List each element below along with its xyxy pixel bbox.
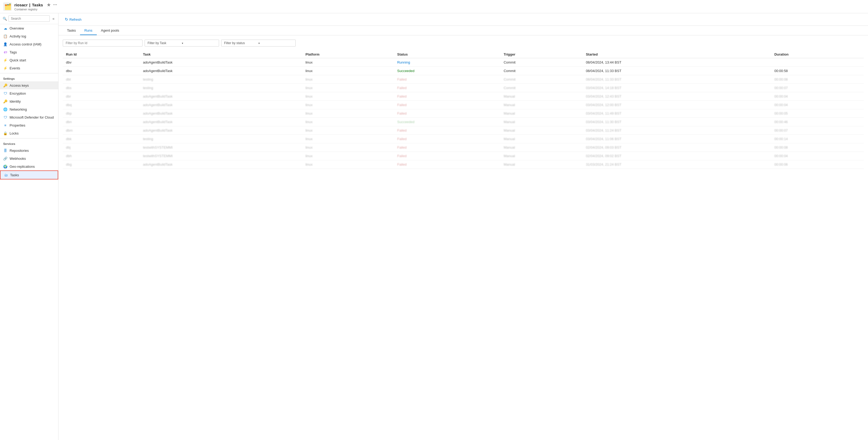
cell-trigger: Manual [500,109,583,118]
sidebar-item-quick-start[interactable]: ⚡ Quick start [0,56,58,64]
table-row[interactable]: dbs testing linux Failed Commit 03/04/20… [63,84,864,92]
sidebar-item-overview[interactable]: ☁ Overview [0,24,58,32]
cell-platform: linux [302,84,394,92]
sidebar-item-encryption[interactable]: 🛡 Encryption [0,89,58,97]
cell-run-id: dbt [63,75,140,84]
more-options-icon[interactable]: ··· [53,2,57,8]
table-row[interactable]: dbt testing linux Failed Commit 08/04/20… [63,75,864,84]
table-row[interactable]: dbp adoAgentBuildTask linux Failed Manua… [63,109,864,118]
cell-task: testwithSYSTEMMI [140,143,302,152]
cell-status: Succeeded [394,67,500,75]
filter-status-dropdown[interactable]: Filter by status ▾ [221,40,296,46]
sidebar-item-access-control[interactable]: 👤 Access control (IAM) [0,40,58,48]
cell-status: Failed [394,160,500,169]
table-row[interactable]: dbh testwithSYSTEMMI linux Failed Manual… [63,152,864,160]
cell-status: Failed [394,92,500,101]
col-platform: Platform [302,51,394,58]
cell-started: 08/04/2024, 11:33 BST [583,75,771,84]
cell-status: Succeeded [394,118,500,126]
table-row[interactable]: dbr adoAgentBuildTask linux Failed Manua… [63,92,864,101]
table-row[interactable]: dbv adoAgentBuildTask linux Running Comm… [63,58,864,67]
cell-duration: 00:00:07 [771,84,864,92]
sidebar-item-identity[interactable]: 🔑 Identity [0,97,58,105]
sidebar-item-activity-log[interactable]: 📋 Activity log [0,32,58,40]
sidebar-item-tasks[interactable]: 🗂 Tasks [0,170,58,180]
tab-tasks[interactable]: Tasks [63,26,80,35]
cell-trigger: Commit [500,84,583,92]
runs-table: Run Id Task Platform Status Trigger Star… [63,51,864,169]
table-row[interactable]: dbk testing linux Failed Manual 03/04/20… [63,135,864,143]
cell-platform: linux [302,135,394,143]
sidebar-item-access-keys[interactable]: 🔑 Access keys [0,81,58,89]
cell-duration: 00:00:05 [771,109,864,118]
sidebar-item-tags[interactable]: 🏷 Tags [0,48,58,56]
cell-run-id: dbp [63,109,140,118]
cell-run-id: dbj [63,143,140,152]
tab-bar: Tasks Runs Agent pools [59,26,868,35]
sidebar-item-defender[interactable]: 🛡 Microsoft Defender for Cloud [0,113,58,121]
col-trigger: Trigger [500,51,583,58]
sidebar-search-area: 🔍 « [0,13,58,24]
enc-icon: 🛡 [3,91,7,95]
cloud-icon: ☁ [3,26,7,30]
cell-started: 31/03/2024, 21:24 BST [583,160,771,169]
event-icon: ⚡ [3,66,7,70]
search-input[interactable] [8,15,50,22]
cell-run-id: dbk [63,135,140,143]
sidebar-item-networking[interactable]: 🌐 Networking [0,105,58,113]
cell-duration: 00:00:04 [771,101,864,109]
cell-duration: 00:00:04 [771,152,864,160]
cell-started: 02/04/2024, 09:03 BST [583,143,771,152]
chevron-down-icon: ▾ [182,42,216,45]
tab-agent-pools[interactable]: Agent pools [97,26,124,35]
sidebar-item-label: Identity [9,99,21,103]
sidebar-item-repositories[interactable]: 🗄 Repositories [0,147,58,154]
cell-task: adoAgentBuildTask [140,101,302,109]
sidebar-item-label: Tasks [10,173,19,177]
cell-task: adoAgentBuildTask [140,58,302,67]
cell-status: Failed [394,75,500,84]
table-row[interactable]: dbn adoAgentBuildTask linux Succeeded Ma… [63,118,864,126]
sidebar-item-locks[interactable]: 🔒 Locks [0,129,58,137]
table-row[interactable]: dbg adoAgentBuildTask linux Failed Manua… [63,160,864,169]
sidebar-item-webhooks[interactable]: 🔗 Webhooks [0,154,58,162]
services-section-label: Services [0,139,58,147]
cell-platform: linux [302,160,394,169]
cell-platform: linux [302,118,394,126]
col-duration: Duration [771,51,864,58]
cell-platform: linux [302,101,394,109]
sidebar-item-label: Networking [9,107,27,112]
sidebar-item-geo-replications[interactable]: 🌍 Geo-replications [0,162,58,170]
cell-run-id: dbm [63,126,140,135]
sidebar-divider-1 [0,73,58,73]
sidebar-item-events[interactable]: ⚡ Events [0,64,58,72]
cell-platform: linux [302,143,394,152]
cell-started: 03/04/2024, 12:43 BST [583,92,771,101]
filter-task-dropdown[interactable]: Filter by Task ▾ [145,40,219,46]
collapse-button[interactable]: « [51,15,56,22]
cell-platform: linux [302,67,394,75]
title-separator: | [29,3,30,7]
cell-task: adoAgentBuildTask [140,92,302,101]
table-row[interactable]: dbq adoAgentBuildTask linux Failed Manua… [63,101,864,109]
table-row[interactable]: dbj testwithSYSTEMMI linux Failed Manual… [63,143,864,152]
sidebar-item-properties[interactable]: ≡ Properties [0,121,58,129]
cell-run-id: dbn [63,118,140,126]
search-icon: 🔍 [3,17,7,21]
filter-run-id[interactable] [63,40,143,46]
log-icon: 📋 [3,34,7,38]
cell-duration: 00:00:08 [771,143,864,152]
refresh-button[interactable]: ↻ Refresh [63,16,84,23]
table-row[interactable]: dbm adoAgentBuildTask linux Failed Manua… [63,126,864,135]
table-row[interactable]: dbu adoAgentBuildTask linux Succeeded Co… [63,67,864,75]
tab-runs[interactable]: Runs [80,26,96,35]
cell-status: Failed [394,109,500,118]
sidebar-item-label: Quick start [9,58,26,62]
table-area: Filter by Task ▾ Filter by status ▾ Run … [59,35,868,440]
favorite-star[interactable]: ★ [47,2,51,7]
refresh-label: Refresh [69,18,82,22]
header-title-block: riosacr | Tasks ★ ··· Container registry [14,2,57,11]
cell-duration: 00:00:07 [771,126,864,135]
cell-run-id: dbr [63,92,140,101]
cell-trigger: Manual [500,101,583,109]
